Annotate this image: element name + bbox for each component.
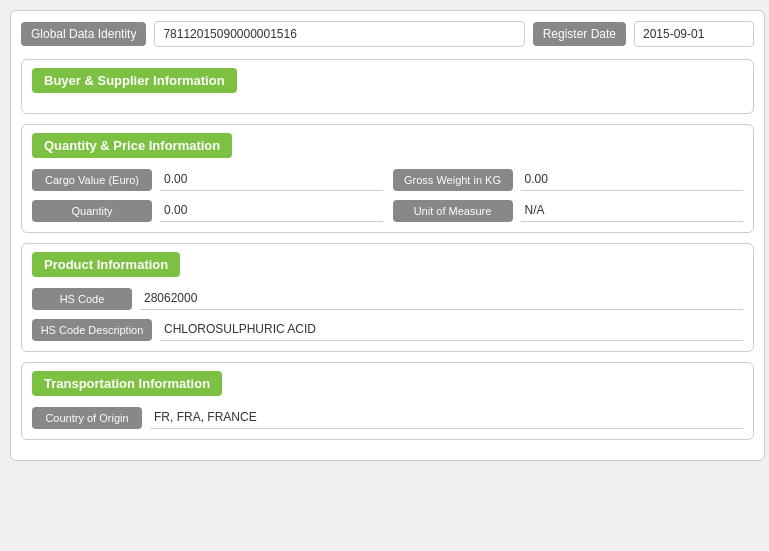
buyer-supplier-section: Buyer & Supplier Information [21,59,754,114]
gdi-label: Global Data Identity [21,22,146,46]
quantity-price-section: Quantity & Price Information Cargo Value… [21,124,754,233]
buyer-supplier-header: Buyer & Supplier Information [32,68,237,93]
unit-of-measure-value: N/A [521,199,744,222]
country-origin-value: FR, FRA, FRANCE [150,406,743,429]
hs-code-label: HS Code [32,288,132,310]
quantity-price-row1: Cargo Value (Euro) 0.00 Gross Weight in … [32,168,743,191]
cargo-value: 0.00 [160,168,383,191]
quantity-price-header: Quantity & Price Information [32,133,232,158]
gross-weight-value: 0.00 [521,168,744,191]
gross-weight-col: Gross Weight in KG 0.00 [393,168,744,191]
gdi-value: 78112015090000001516 [154,21,524,47]
quantity-value: 0.00 [160,199,383,222]
hs-code-value: 28062000 [140,287,743,310]
hs-code-desc-label: HS Code Description [32,319,152,341]
main-container: Global Data Identity 7811201509000000151… [10,10,765,461]
product-section: Product Information HS Code 28062000 HS … [21,243,754,352]
quantity-col: Quantity 0.00 [32,199,383,222]
gross-weight-label: Gross Weight in KG [393,169,513,191]
transportation-header: Transportation Information [32,371,222,396]
cargo-value-col: Cargo Value (Euro) 0.00 [32,168,383,191]
register-date-label: Register Date [533,22,626,46]
identity-row: Global Data Identity 7811201509000000151… [21,21,754,47]
hs-code-row: HS Code 28062000 [32,287,743,310]
unit-of-measure-col: Unit of Measure N/A [393,199,744,222]
quantity-price-row2: Quantity 0.00 Unit of Measure N/A [32,199,743,222]
hs-code-desc-value: CHLOROSULPHURIC ACID [160,318,743,341]
country-origin-label: Country of Origin [32,407,142,429]
cargo-value-label: Cargo Value (Euro) [32,169,152,191]
hs-code-desc-row: HS Code Description CHLOROSULPHURIC ACID [32,318,743,341]
quantity-label: Quantity [32,200,152,222]
register-date-value: 2015-09-01 [634,21,754,47]
transportation-section: Transportation Information Country of Or… [21,362,754,440]
unit-of-measure-label: Unit of Measure [393,200,513,222]
product-header: Product Information [32,252,180,277]
country-origin-row: Country of Origin FR, FRA, FRANCE [32,406,743,429]
